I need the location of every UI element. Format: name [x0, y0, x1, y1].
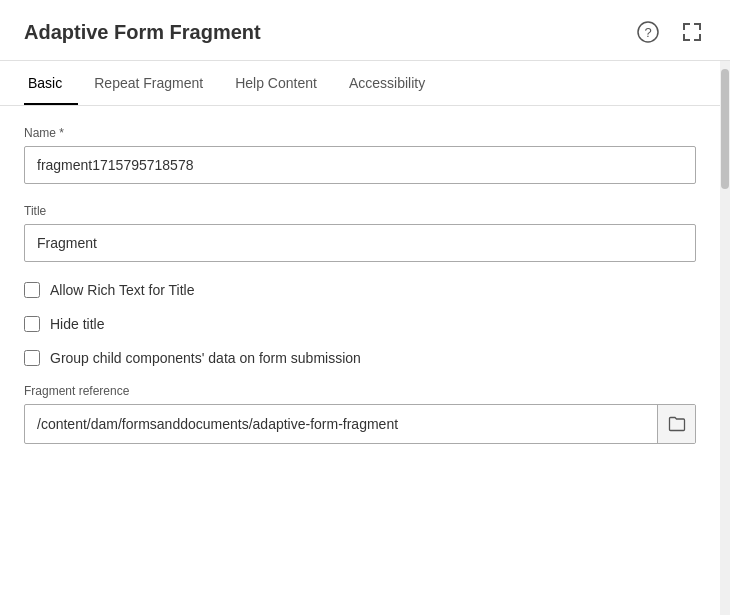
svg-rect-9: [699, 34, 701, 41]
fullscreen-icon: [681, 21, 703, 43]
hide-title-checkbox-group: Hide title: [24, 316, 696, 332]
fullscreen-icon-button[interactable]: [678, 18, 706, 46]
fragment-ref-input[interactable]: [25, 406, 657, 442]
dialog-container: Adaptive Form Fragment ?: [0, 0, 730, 615]
tabs-content-wrapper: Basic Repeat Fragment Help Content Acces…: [0, 61, 730, 615]
help-circle-icon: ?: [637, 21, 659, 43]
tab-basic[interactable]: Basic: [24, 61, 78, 105]
allow-rich-text-checkbox[interactable]: [24, 282, 40, 298]
fragment-reference-group: Fragment reference: [24, 384, 696, 444]
form-body: Name * Title Allow Rich Text for Title H…: [0, 106, 720, 488]
dialog-title: Adaptive Form Fragment: [24, 21, 261, 44]
svg-rect-3: [683, 23, 685, 30]
header-icons: ?: [634, 18, 706, 46]
main-content: Basic Repeat Fragment Help Content Acces…: [0, 61, 720, 615]
svg-rect-7: [683, 34, 685, 41]
tab-accessibility[interactable]: Accessibility: [333, 61, 441, 105]
folder-browse-button[interactable]: [657, 405, 695, 443]
svg-rect-5: [699, 23, 701, 30]
name-field-group: Name *: [24, 126, 696, 184]
fragment-ref-label: Fragment reference: [24, 384, 696, 398]
scrollbar-thumb[interactable]: [721, 69, 729, 189]
group-child-checkbox[interactable]: [24, 350, 40, 366]
tab-help-content[interactable]: Help Content: [219, 61, 333, 105]
fragment-input-wrapper: [24, 404, 696, 444]
title-field-group: Title: [24, 204, 696, 262]
allow-rich-text-checkbox-group: Allow Rich Text for Title: [24, 282, 696, 298]
hide-title-label[interactable]: Hide title: [50, 316, 104, 332]
name-label: Name *: [24, 126, 696, 140]
allow-rich-text-label[interactable]: Allow Rich Text for Title: [50, 282, 194, 298]
hide-title-checkbox[interactable]: [24, 316, 40, 332]
tabs-bar: Basic Repeat Fragment Help Content Acces…: [0, 61, 720, 106]
title-input[interactable]: [24, 224, 696, 262]
group-child-label[interactable]: Group child components' data on form sub…: [50, 350, 361, 366]
scrollbar-track[interactable]: [720, 61, 730, 615]
name-input[interactable]: [24, 146, 696, 184]
dialog-header: Adaptive Form Fragment ?: [0, 0, 730, 61]
tab-repeat-fragment[interactable]: Repeat Fragment: [78, 61, 219, 105]
folder-icon: [668, 415, 686, 433]
title-label: Title: [24, 204, 696, 218]
group-child-checkbox-group: Group child components' data on form sub…: [24, 350, 696, 366]
svg-text:?: ?: [644, 25, 651, 40]
help-icon-button[interactable]: ?: [634, 18, 662, 46]
